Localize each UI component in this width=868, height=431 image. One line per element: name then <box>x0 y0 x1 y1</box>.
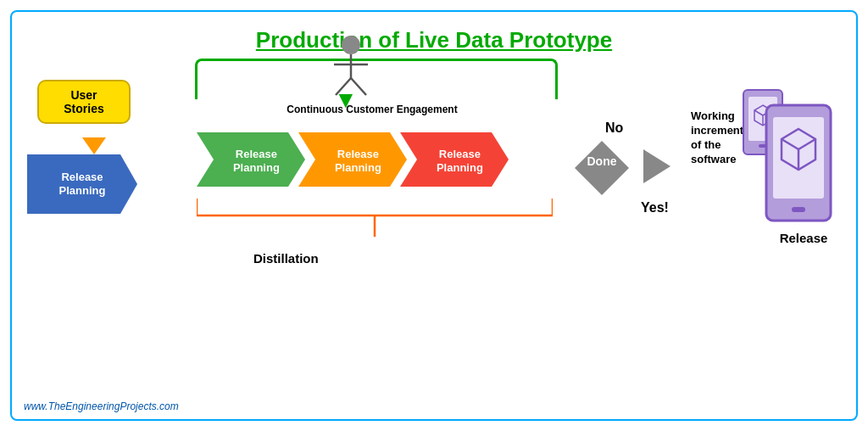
svg-rect-22 <box>792 207 805 212</box>
diagram-container: Production of Live Data Prototype www.Th… <box>10 10 858 421</box>
no-label: No <box>605 120 623 136</box>
play-triangle-icon <box>643 149 670 183</box>
svg-line-3 <box>336 78 351 95</box>
stickman-head <box>342 36 360 54</box>
arrow-down-icon <box>82 137 106 154</box>
yes-label: Yes! <box>641 200 669 216</box>
engagement-label: Continuous Customer Engagement <box>203 104 542 115</box>
svg-marker-0 <box>27 154 137 214</box>
distillation-label: Distillation <box>253 251 319 266</box>
release-label: Release <box>761 231 846 245</box>
loop-line <box>195 59 558 99</box>
chevron-2: Release Planning <box>298 132 407 190</box>
user-stories-box: User Stories <box>37 80 131 124</box>
chevron-3: Release Planning <box>400 132 509 190</box>
svg-line-4 <box>351 78 366 95</box>
svg-marker-8 <box>575 141 629 195</box>
page-title: Production of Live Data Prototype <box>12 12 856 53</box>
large-phone-icon <box>765 104 832 222</box>
chevron-1: Release Planning <box>197 132 305 190</box>
release-planning-main: Release Planning <box>27 154 137 214</box>
watermark: www.TheEngineeringProjects.com <box>24 400 179 412</box>
done-diamond <box>571 137 632 199</box>
distillation-bracket <box>197 190 553 249</box>
stickman-figure <box>326 36 376 100</box>
